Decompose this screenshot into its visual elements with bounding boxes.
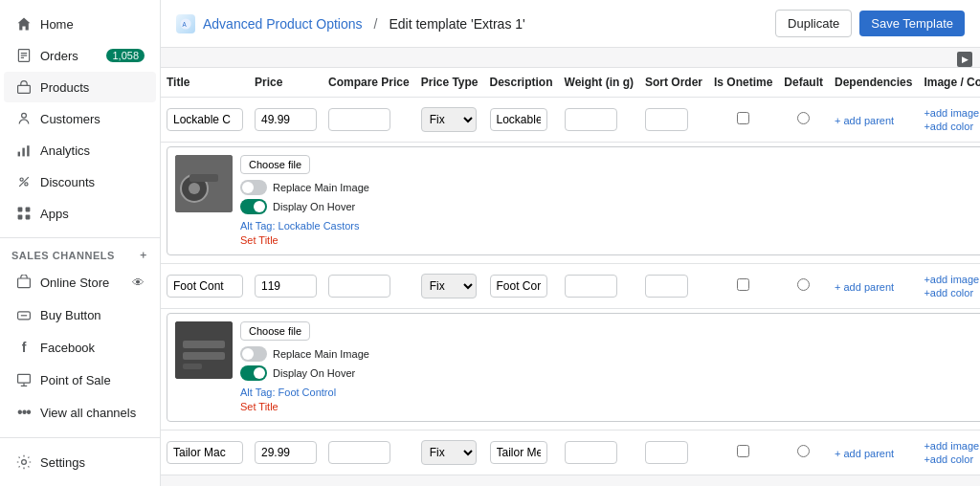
svg-rect-16 xyxy=(18,278,31,288)
row3-add-parent-link[interactable]: + add parent xyxy=(835,448,894,459)
row2-default-radio[interactable] xyxy=(797,278,810,291)
row1-title-input[interactable] xyxy=(167,108,243,131)
row2-choose-file-button[interactable]: Choose file xyxy=(240,321,310,341)
sidebar-item-analytics[interactable]: Analytics xyxy=(4,135,156,166)
row1-onetime-checkbox[interactable] xyxy=(737,112,749,124)
page-header: A Advanced Product Options / Edit templa… xyxy=(161,0,980,48)
table-row-image: Choose file Replace Main Image Display O… xyxy=(161,309,980,431)
svg-rect-19 xyxy=(18,374,31,383)
row2-image-thumb xyxy=(175,321,233,379)
sidebar-item-home[interactable]: Home xyxy=(4,9,156,39)
svg-rect-29 xyxy=(175,321,233,379)
svg-point-22 xyxy=(22,460,27,465)
row2-add-image-link[interactable]: +add image xyxy=(924,274,980,285)
svg-rect-15 xyxy=(26,215,31,220)
row2-title-input[interactable] xyxy=(167,275,243,298)
row1-description-input[interactable] xyxy=(490,108,547,131)
col-dependencies: Dependencies xyxy=(829,68,918,98)
sidebar-item-discounts[interactable]: Discounts xyxy=(4,166,156,197)
page-title: Edit template 'Extras 1' xyxy=(389,16,524,32)
apps-icon xyxy=(15,205,33,222)
row3-weight-input[interactable] xyxy=(565,441,617,464)
sidebar-item-online-store[interactable]: Online Store 👁 xyxy=(4,267,156,298)
sidebar-item-products[interactable]: Products xyxy=(4,72,156,102)
row2-onetime-checkbox[interactable] xyxy=(737,278,749,291)
row3-description-input[interactable] xyxy=(490,441,547,464)
row1-add-parent-link[interactable]: + add parent xyxy=(835,115,894,126)
row3-add-color-link[interactable]: +add color xyxy=(924,453,980,465)
svg-rect-7 xyxy=(22,148,24,157)
sidebar-item-settings[interactable]: Settings xyxy=(4,447,156,477)
row2-display-hover-toggle[interactable] xyxy=(240,365,267,381)
row2-alt-tag: Alt Tag: Foot Control xyxy=(240,385,980,399)
table-wrapper: ▶ Title Price Compare Price Price Type D… xyxy=(161,48,980,475)
row3-compare-price-input[interactable] xyxy=(328,441,390,464)
row3-sort-input[interactable] xyxy=(645,441,688,464)
row3-price-input[interactable] xyxy=(255,441,317,464)
breadcrumb-app[interactable]: Advanced Product Options xyxy=(203,16,363,32)
row2-price-input[interactable] xyxy=(255,275,317,298)
breadcrumb-separator: / xyxy=(374,16,378,32)
row2-add-parent-link[interactable]: + add parent xyxy=(835,281,894,293)
duplicate-button[interactable]: Duplicate xyxy=(775,10,852,37)
row2-weight-input[interactable] xyxy=(565,275,617,298)
row2-replace-main-toggle[interactable] xyxy=(240,346,267,362)
row1-default-radio[interactable] xyxy=(797,112,810,124)
save-template-button[interactable]: Save Template xyxy=(859,11,965,36)
sidebar-item-facebook[interactable]: f Facebook xyxy=(4,332,156,363)
row1-sort-input[interactable] xyxy=(645,108,688,131)
table-row: Fix % + add parent +add image xyxy=(161,431,980,475)
row2-compare-price-input[interactable] xyxy=(328,275,390,298)
sidebar-item-view-all-channels[interactable]: ••• View all channels xyxy=(4,397,156,428)
online-store-icon xyxy=(15,274,33,291)
svg-rect-31 xyxy=(183,352,225,360)
corner-btn[interactable]: ▶ xyxy=(957,52,972,67)
table-row: Fix % + add parent +add image xyxy=(161,98,980,143)
buy-button-icon xyxy=(15,306,33,323)
col-description: Description xyxy=(484,68,559,98)
row1-choose-file-button[interactable]: Choose file xyxy=(240,155,310,174)
row2-price-type-select[interactable]: Fix % xyxy=(421,274,477,298)
col-price-type: Price Type xyxy=(415,68,484,98)
row1-weight-input[interactable] xyxy=(565,108,617,131)
sidebar-item-buy-button[interactable]: Buy Button xyxy=(4,299,156,330)
row1-price-type-select[interactable]: Fix % xyxy=(421,107,477,132)
row1-display-hover-label: Display On Hover xyxy=(273,201,355,212)
row1-display-hover-toggle[interactable] xyxy=(240,199,267,214)
col-default: Default xyxy=(778,68,829,98)
row1-set-title[interactable]: Set Title xyxy=(240,232,980,247)
orders-badge: 1,058 xyxy=(106,49,145,62)
sidebar-item-apps[interactable]: Apps xyxy=(4,198,156,229)
row1-image-thumb xyxy=(175,155,233,212)
sidebar-item-point-of-sale[interactable]: Point of Sale xyxy=(4,364,156,395)
svg-rect-32 xyxy=(183,364,202,369)
breadcrumb: A Advanced Product Options / Edit templa… xyxy=(176,14,525,33)
row1-price-input[interactable] xyxy=(255,108,317,131)
row2-sort-input[interactable] xyxy=(645,275,688,298)
row2-add-color-link[interactable]: +add color xyxy=(924,287,980,298)
row2-description-input[interactable] xyxy=(490,275,547,298)
point-of-sale-icon xyxy=(15,371,33,388)
sidebar-item-orders[interactable]: Orders 1,058 xyxy=(4,40,156,71)
add-channel-icon[interactable]: ＋ xyxy=(138,248,149,262)
row1-compare-price-input[interactable] xyxy=(328,108,390,131)
row3-default-radio[interactable] xyxy=(797,445,810,457)
sidebar-item-customers[interactable]: Customers xyxy=(4,103,156,134)
row3-title-input[interactable] xyxy=(167,441,243,464)
row2-set-title[interactable]: Set Title xyxy=(240,399,980,413)
facebook-icon: f xyxy=(15,339,33,356)
row1-add-image-link[interactable]: +add image xyxy=(924,107,980,119)
row1-image-upload-box: Choose file Replace Main Image Display O… xyxy=(167,146,980,255)
row3-price-type-select[interactable]: Fix % xyxy=(421,440,477,465)
row3-add-image-link[interactable]: +add image xyxy=(924,440,980,452)
col-compare-price: Compare Price xyxy=(323,68,415,98)
online-store-eye-icon[interactable]: 👁 xyxy=(132,276,145,290)
svg-point-10 xyxy=(25,183,28,186)
svg-rect-28 xyxy=(189,174,218,182)
row1-add-color-link[interactable]: +add color xyxy=(924,121,980,132)
main-content: A Advanced Product Options / Edit templa… xyxy=(161,0,980,486)
row3-onetime-checkbox[interactable] xyxy=(737,445,749,457)
svg-point-27 xyxy=(189,183,200,194)
row1-replace-main-toggle[interactable] xyxy=(240,180,267,195)
row2-image-controls: Choose file Replace Main Image Display O… xyxy=(240,321,980,413)
